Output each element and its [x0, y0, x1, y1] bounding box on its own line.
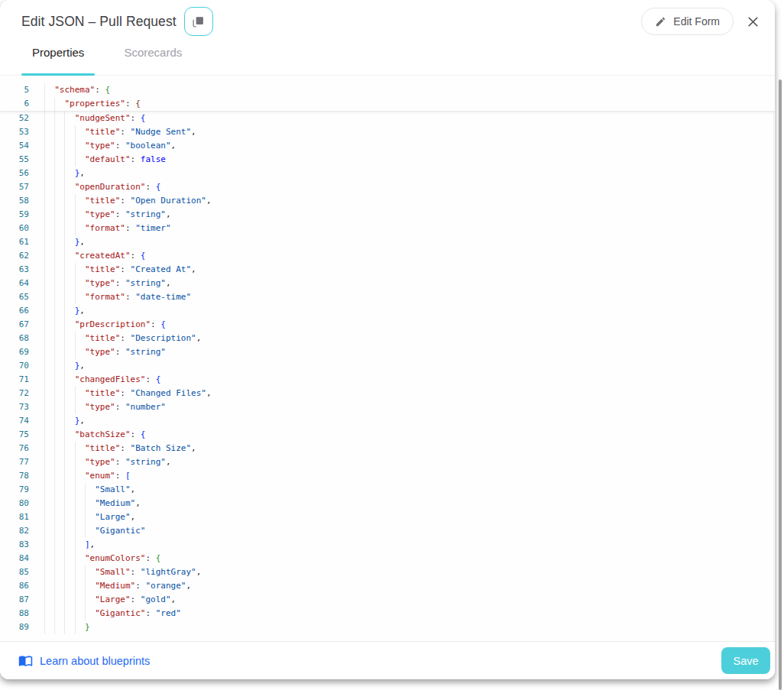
indent-guide [85, 524, 86, 538]
code-line[interactable]: 88"Gigantic": "red" [0, 607, 775, 620]
code-line[interactable]: 80"Medium", [0, 497, 775, 510]
code-line[interactable]: 87"Large": "gold", [0, 593, 775, 607]
code-line[interactable]: 78"enum": [ [0, 469, 775, 483]
code-line[interactable]: 62"createdAt": { [0, 249, 775, 263]
code-line[interactable]: 53"title": "Nudge Sent", [0, 125, 775, 139]
code-line[interactable]: 71"changedFiles": { [0, 373, 775, 387]
code-lines[interactable]: 52"nudgeSent": {53"title": "Nudge Sent",… [0, 112, 775, 634]
code-line[interactable]: 85"Small": "lightGray", [0, 565, 775, 579]
indent-guide [44, 125, 45, 139]
code-line[interactable]: 79"Small", [0, 483, 775, 497]
code-line[interactable]: 56}, [0, 167, 775, 180]
indent-guide [54, 125, 55, 139]
indent-guide [64, 593, 65, 607]
code-token: : [115, 471, 125, 481]
line-number: 72 [0, 387, 29, 400]
code-line[interactable]: 77"type": "string", [0, 455, 775, 469]
page-scrollbar[interactable] [775, 0, 784, 690]
code-line[interactable]: 60"format": "timer" [0, 222, 775, 235]
code-line[interactable]: 5"schema": { [0, 83, 775, 97]
indent-guide [64, 139, 65, 153]
code-text: "Small": "lightGray", [29, 565, 775, 579]
code-line[interactable]: 59"type": "string", [0, 208, 775, 222]
code-token: "type" [85, 347, 115, 357]
code-line[interactable]: 70}, [0, 359, 775, 373]
line-number: 84 [0, 552, 29, 565]
code-line[interactable]: 65"format": "date-time" [0, 290, 775, 304]
code-line[interactable]: 58"title": "Open Duration", [0, 194, 775, 208]
code-line[interactable]: 72"title": "Changed Files", [0, 387, 775, 400]
line-number: 63 [0, 263, 29, 277]
indent-guide [54, 208, 55, 222]
tab-scorecards[interactable]: Scorecards [113, 43, 193, 75]
code-line[interactable]: 64"type": "string", [0, 277, 775, 290]
code-line[interactable]: 84"enumColors": { [0, 552, 775, 565]
close-button[interactable] [740, 8, 766, 34]
line-number: 71 [0, 373, 29, 387]
code-line[interactable]: 68"title": "Description", [0, 332, 775, 345]
code-token: : [145, 608, 155, 618]
code-line[interactable]: 73"type": "number" [0, 400, 775, 414]
tab-properties[interactable]: Properties [21, 43, 95, 75]
code-line[interactable]: 76"title": "Batch Size", [0, 442, 775, 455]
code-token: "string" [125, 209, 166, 219]
indent-guide [44, 345, 45, 359]
code-line[interactable]: 54"type": "boolean", [0, 139, 775, 153]
tab-bar: Properties Scorecards [0, 43, 775, 76]
line-number: 89 [0, 620, 29, 634]
code-line[interactable]: 55"default": false [0, 153, 775, 167]
code-line[interactable]: 57"openDuration": { [0, 180, 775, 194]
code-token: "title" [85, 388, 120, 398]
code-line[interactable]: 86"Medium": "orange", [0, 579, 775, 593]
code-line[interactable]: 6"properties": { [0, 97, 775, 111]
line-number: 53 [0, 125, 29, 139]
code-token: : [95, 85, 105, 95]
code-text: }, [29, 167, 775, 180]
code-token: "title" [85, 264, 120, 274]
code-line[interactable]: 74}, [0, 414, 775, 428]
line-number: 80 [0, 497, 29, 510]
indent-guide [85, 565, 86, 579]
code-text: "title": "Batch Size", [29, 442, 775, 455]
json-code-editor[interactable]: 5"schema": {6"properties": { 52"nudgeSen… [0, 76, 775, 641]
code-line[interactable]: 69"type": "string" [0, 345, 775, 359]
learn-about-blueprints-link[interactable]: Learn about blueprints [18, 653, 150, 668]
indent-guide [54, 332, 55, 345]
code-line[interactable]: 61}, [0, 235, 775, 249]
code-token: { [141, 251, 146, 261]
indent-guide [54, 428, 55, 442]
code-token: "prDescription" [75, 319, 151, 329]
indent-guide [64, 607, 65, 620]
code-line[interactable]: 81"Large", [0, 510, 775, 524]
page-scrollbar-thumb[interactable] [779, 79, 782, 690]
code-token: "type" [85, 402, 115, 412]
code-line[interactable]: 52"nudgeSent": { [0, 112, 775, 125]
code-text: "openDuration": { [29, 180, 775, 194]
code-text: "default": false [29, 153, 775, 167]
code-line[interactable]: 66}, [0, 304, 775, 318]
sticky-scroll-lines[interactable]: 5"schema": {6"properties": { [0, 76, 775, 112]
save-button[interactable]: Save [721, 647, 770, 674]
code-line[interactable]: 82"Gigantic" [0, 524, 775, 538]
code-token: "Created At" [131, 264, 191, 274]
code-token: "Large" [95, 512, 130, 522]
code-line[interactable]: 83], [0, 538, 775, 552]
indent-guide [54, 194, 55, 208]
code-line[interactable]: 75"batchSize": { [0, 428, 775, 442]
indent-guide [85, 497, 86, 510]
code-line[interactable]: 67"prDescription": { [0, 318, 775, 332]
code-token: "title" [85, 443, 120, 453]
code-text: "title": "Created At", [29, 263, 775, 277]
code-token: "type" [85, 278, 115, 288]
code-line[interactable]: 89} [0, 620, 775, 634]
line-number: 5 [0, 83, 29, 97]
indent-guide [75, 153, 76, 167]
copy-title-button[interactable] [184, 7, 213, 36]
line-number: 81 [0, 510, 29, 524]
indent-guide [64, 153, 65, 167]
copy-icon [192, 15, 205, 28]
edit-form-button[interactable]: Edit Form [641, 8, 734, 35]
code-line[interactable]: 63"title": "Created At", [0, 263, 775, 277]
indent-guide [64, 483, 65, 497]
code-token: : [135, 581, 145, 591]
